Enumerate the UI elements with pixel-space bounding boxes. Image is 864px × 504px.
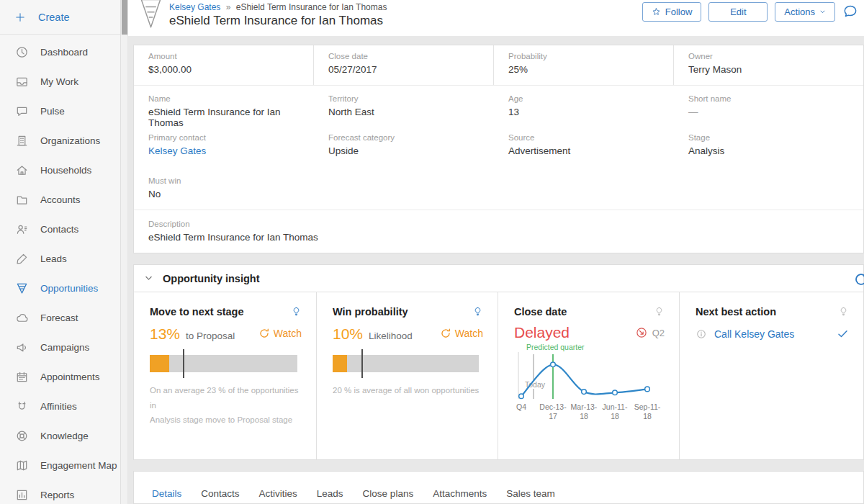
watch-link-win[interactable]: Watch xyxy=(440,328,483,339)
edit-label: Edit xyxy=(730,6,746,17)
tab-sales-team[interactable]: Sales team xyxy=(506,488,555,499)
tab-attachments[interactable]: Attachments xyxy=(433,488,487,499)
field-value: No xyxy=(148,189,863,199)
field-value[interactable]: Kelsey Gates xyxy=(148,145,307,156)
field-value: 05/27/2017 xyxy=(328,64,486,75)
scrollbar-thumb[interactable] xyxy=(122,0,127,35)
tab-contacts[interactable]: Contacts xyxy=(201,488,239,499)
insight-header: Opportunity insight xyxy=(134,265,863,292)
field-primary-contact: Primary contactKelsey Gates xyxy=(134,125,314,163)
chat-icon[interactable] xyxy=(842,4,858,19)
field-close-date: Close date05/27/2017 xyxy=(314,45,494,85)
stage-caption: On an average 23 % of the opportunities … xyxy=(150,383,302,428)
leads-icon xyxy=(15,252,29,266)
sidebar-item-my-work[interactable]: My Work xyxy=(0,67,120,96)
sidebar-item-label: Campaigns xyxy=(40,342,89,353)
tab-close-plans[interactable]: Close plans xyxy=(363,488,414,499)
breadcrumb-separator: » xyxy=(226,2,231,12)
sidebar-item-households[interactable]: Households xyxy=(0,156,120,185)
create-button[interactable]: Create xyxy=(0,0,120,35)
header-actions: Follow Edit Actions xyxy=(642,0,858,36)
collapse-chevron-icon[interactable] xyxy=(144,274,153,283)
field-forecast-category: Forecast categoryUpside xyxy=(314,125,494,163)
field-label: Age xyxy=(508,94,667,103)
sidebar: Create DashboardMy WorkPulseOrganization… xyxy=(0,0,121,504)
follow-button[interactable]: Follow xyxy=(642,2,702,22)
next-best-action-link[interactable]: Call Kelsey Gates xyxy=(714,328,794,340)
sidebar-item-engagement-map[interactable]: Engagement Map xyxy=(0,451,120,480)
sidebar-item-leads[interactable]: Leads xyxy=(0,244,120,274)
field-value: Upside xyxy=(328,145,487,156)
field-label: Must win xyxy=(148,176,863,185)
tab-leads[interactable]: Leads xyxy=(317,488,343,499)
edit-button[interactable]: Edit xyxy=(708,2,768,22)
watch-label: Watch xyxy=(455,328,483,339)
field-value: Advertisement xyxy=(508,145,667,156)
info-icon[interactable] xyxy=(696,328,707,340)
opportunities-icon xyxy=(15,282,29,295)
follow-label: Follow xyxy=(665,6,693,17)
tab-activities[interactable]: Activities xyxy=(259,488,297,499)
win-bar-fill xyxy=(333,355,347,372)
bulb-icon[interactable] xyxy=(654,306,665,317)
breadcrumb: Kelsey Gates » eShield Term Insurance fo… xyxy=(169,2,387,12)
breadcrumb-parent-link[interactable]: Kelsey Gates xyxy=(169,2,220,12)
page-title: eShield Term Insurance for Ian Thomas xyxy=(169,14,387,28)
sidebar-item-forecast[interactable]: Forecast xyxy=(0,303,120,333)
refresh-icon[interactable] xyxy=(853,271,864,287)
vertical-scrollbar xyxy=(121,0,128,504)
tab-details[interactable]: Details xyxy=(152,488,181,499)
watch-icon xyxy=(258,328,270,339)
field-age: Age13 xyxy=(494,86,674,125)
insight-card-close-date: Close date Delayed Q2 Predicted quarterT… xyxy=(498,292,680,459)
check-icon[interactable] xyxy=(837,328,849,340)
sidebar-item-campaigns[interactable]: Campaigns xyxy=(0,333,120,362)
fields-row: NameeShield Term Insurance for Ian Thoma… xyxy=(134,86,863,125)
bulb-icon[interactable] xyxy=(291,306,302,317)
sidebar-item-label: Organizations xyxy=(40,135,100,146)
sidebar-item-organizations[interactable]: Organizations xyxy=(0,126,120,156)
tabs-panel: DetailsContactsActivitiesLeadsClose plan… xyxy=(133,471,864,504)
sidebar-item-affinities[interactable]: Affinities xyxy=(0,392,120,421)
fields-row: Primary contactKelsey GatesForecast cate… xyxy=(134,125,863,166)
chevron-down-icon xyxy=(819,9,826,15)
svg-text:18: 18 xyxy=(611,412,619,420)
sidebar-item-accounts[interactable]: Accounts xyxy=(0,185,120,215)
bulb-icon[interactable] xyxy=(838,306,849,317)
field-label: Stage xyxy=(688,133,856,142)
field-value: North East xyxy=(328,107,487,117)
star-icon xyxy=(652,7,661,17)
win-percent: 10% xyxy=(333,325,363,343)
title-block: Kelsey Gates » eShield Term Insurance fo… xyxy=(169,0,387,36)
sidebar-item-knowledge[interactable]: Knowledge xyxy=(0,421,120,451)
sidebar-item-label: Affinities xyxy=(40,401,77,412)
svg-text:18: 18 xyxy=(643,412,652,420)
must-win-field: Must win No xyxy=(134,166,863,210)
fields-row: Amount$3,000.00Close date05/27/2017Proba… xyxy=(134,45,863,86)
field-value: eShield Term Insurance for Ian Thomas xyxy=(148,232,863,243)
stage-percent: 13% xyxy=(150,325,180,343)
sidebar-item-opportunities[interactable]: Opportunities xyxy=(0,274,120,303)
field-label: Short name xyxy=(688,94,856,103)
insight-card-next-best-action: Next best action Call Kelsey Gates xyxy=(680,292,863,459)
field-label: Name xyxy=(148,94,307,103)
forecast-icon xyxy=(15,311,29,325)
sidebar-item-pulse[interactable]: Pulse xyxy=(0,96,120,126)
bulb-icon[interactable] xyxy=(472,306,483,317)
sidebar-item-reports[interactable]: Reports xyxy=(0,480,120,504)
reports-icon xyxy=(15,488,29,502)
sidebar-item-label: Opportunities xyxy=(40,283,98,294)
delayed-trend-icon xyxy=(635,326,648,339)
close-date-chart: Predicted quarterTodayQ4Dec-13-17Mar-13-… xyxy=(513,343,665,425)
sidebar-item-contacts[interactable]: Contacts xyxy=(0,215,120,244)
svg-text:17: 17 xyxy=(549,412,557,420)
watch-icon xyxy=(440,328,451,339)
watch-link-stage[interactable]: Watch xyxy=(258,328,302,339)
sidebar-item-appointments[interactable]: Appointments xyxy=(0,362,120,392)
engagement-map-icon xyxy=(15,459,29,472)
field-label: Primary contact xyxy=(148,133,307,142)
quarter-indicator: Q2 xyxy=(635,326,665,339)
sidebar-item-dashboard[interactable]: Dashboard xyxy=(0,37,120,67)
actions-button[interactable]: Actions xyxy=(775,2,835,22)
sidebar-item-label: Accounts xyxy=(40,194,81,205)
